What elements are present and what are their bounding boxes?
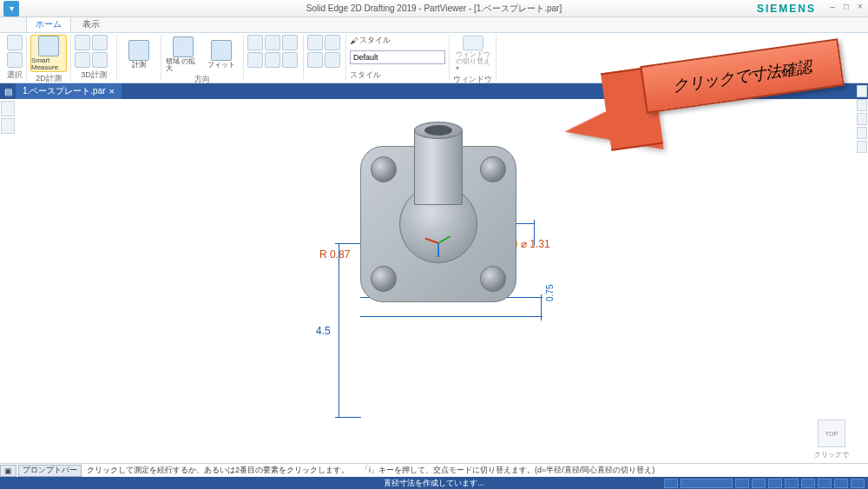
part-model[interactable]: [352, 137, 525, 311]
group-window-label: ウィンドウ: [453, 74, 492, 85]
view-triad: [427, 233, 453, 259]
hole-tr: [480, 156, 506, 182]
dim-radius-value: R 0.87: [319, 248, 350, 261]
fit-button[interactable]: フィット: [203, 35, 240, 73]
dim-left-value: 4.5: [316, 325, 331, 337]
dim-dia-value: ⌀ 1.31: [521, 238, 550, 250]
cube3-icon[interactable]: [307, 52, 323, 68]
group-orient-label: 方向: [194, 74, 210, 85]
window-icon: [463, 36, 483, 50]
axis-x: [425, 238, 439, 244]
document-tab-close[interactable]: ×: [109, 86, 115, 96]
doc-tab-menu[interactable]: ▤: [0, 83, 16, 99]
keisoku-icon: [128, 40, 149, 61]
ribbon-tabs: ホーム 表示: [0, 17, 868, 33]
dim-h-value: 0.75: [545, 285, 555, 301]
hole-tl: [371, 156, 397, 182]
status-btn-8[interactable]: [834, 479, 848, 488]
document-tab[interactable]: 1.ベースプレート.par ×: [16, 83, 122, 99]
zoom-area-button[interactable]: 領域 の拡大: [165, 35, 201, 73]
measure-mass-icon[interactable]: [92, 52, 108, 68]
style-caption: スタイル: [359, 35, 391, 46]
view-wire-icon[interactable]: [282, 52, 298, 68]
status-btn-3[interactable]: [752, 479, 766, 488]
cube4-icon[interactable]: [325, 52, 340, 68]
window-switch-label: ウィンドウ の切り替え▾: [456, 51, 490, 72]
status-btn-1[interactable]: [664, 479, 678, 488]
status-btn-6[interactable]: [801, 479, 815, 488]
right-toolbar: [856, 83, 868, 155]
view-top-icon[interactable]: [282, 35, 298, 50]
measure-area-icon[interactable]: [75, 52, 90, 68]
prompt-msg1: クリックして測定を続行するか、あるいは2番目の要素をクリックします。: [87, 465, 349, 476]
group-select-label: 選択: [7, 69, 23, 81]
smart-measure-label: Smart Measure: [31, 57, 66, 71]
status-message: 直径寸法を作成しています...: [384, 478, 484, 489]
dim-h-ext2: [360, 316, 542, 317]
paint-icon: 🖌: [350, 36, 358, 45]
cube-icon[interactable]: [307, 35, 323, 50]
prompt-bar: ▣ プロンプトバー クリックして測定を続行するか、あるいは2番目の要素をクリック…: [0, 463, 868, 477]
status-btn-7[interactable]: [818, 479, 832, 488]
right-tool-5[interactable]: [857, 141, 867, 153]
select-tool-icon[interactable]: [7, 52, 23, 68]
prompt-badge: ▣: [0, 465, 16, 477]
status-btn-5[interactable]: [785, 479, 799, 488]
select-arrow-icon[interactable]: [7, 35, 23, 50]
title-bar: ▾ Solid Edge 2D Drafting 2019 - PartView…: [0, 0, 868, 17]
measure-angle-icon[interactable]: [92, 35, 108, 50]
callout-text: クリックで寸法確認: [671, 56, 813, 96]
maximize-button[interactable]: □: [840, 2, 852, 12]
fit-icon: [211, 40, 232, 61]
status-bar: 直径寸法を作成しています...: [0, 477, 868, 489]
brand-logo: SIEMENS: [757, 3, 816, 15]
prompt-label: プロンプトバー: [18, 465, 82, 477]
group-3d-label: 3D計測: [81, 69, 107, 81]
dim-left-line: [339, 243, 339, 417]
view-iso-icon[interactable]: [247, 35, 263, 50]
status-btn-4[interactable]: [768, 479, 782, 488]
callout-arrow: クリックで寸法確認: [564, 52, 842, 156]
right-tool-4[interactable]: [857, 127, 867, 139]
hole-bl: [371, 266, 397, 292]
minimize-button[interactable]: –: [826, 2, 838, 12]
right-tool-3[interactable]: [857, 113, 867, 125]
window-title: Solid Edge 2D Drafting 2019 - PartViewer…: [0, 3, 868, 15]
prompt-msg2: 「i」キーを押して、交点モードに切り替えます。(d=半径/直径/同心直径の切り替…: [361, 465, 654, 476]
hole-br: [480, 266, 506, 292]
smart-measure-icon: [38, 36, 59, 56]
zoom-area-icon: [173, 36, 194, 57]
view-shade-icon[interactable]: [265, 52, 280, 68]
close-button[interactable]: ×: [854, 2, 866, 12]
cylinder-bore: [424, 125, 452, 135]
tab-home[interactable]: ホーム: [26, 16, 71, 32]
zoom-area-label: 領域 の拡大: [166, 58, 201, 72]
status-btn-2[interactable]: [735, 479, 749, 488]
left-tool-1[interactable]: [1, 101, 15, 116]
right-tool-1[interactable]: [857, 85, 867, 97]
smart-measure-button[interactable]: Smart Measure: [30, 35, 67, 72]
axis-z: [437, 243, 439, 257]
status-btn-9[interactable]: [851, 479, 865, 488]
measure-dist-icon[interactable]: [75, 35, 90, 50]
left-tool-2[interactable]: [1, 118, 15, 134]
status-field[interactable]: [681, 479, 733, 488]
keisoku-label: 計測: [132, 62, 146, 69]
fit-label: フィット: [207, 62, 235, 69]
view-cube[interactable]: TOP: [818, 420, 845, 447]
window-switch-button[interactable]: ウィンドウ の切り替え▾: [455, 35, 491, 73]
group-style-label: スタイル: [350, 69, 381, 81]
style-combo[interactable]: [350, 50, 445, 64]
keisoku-button[interactable]: 計測: [121, 35, 157, 73]
tab-view[interactable]: 表示: [73, 16, 109, 32]
document-tab-label: 1.ベースプレート.par: [23, 85, 106, 97]
cube2-icon[interactable]: [325, 35, 340, 50]
axis-y: [438, 235, 451, 244]
dim-left-ext2: [335, 417, 361, 418]
view-right-icon[interactable]: [247, 52, 263, 68]
view-cube-label[interactable]: クリックで: [814, 450, 849, 459]
view-front-icon[interactable]: [265, 35, 280, 50]
left-toolbar: [0, 99, 16, 135]
right-tool-2[interactable]: [857, 99, 867, 111]
